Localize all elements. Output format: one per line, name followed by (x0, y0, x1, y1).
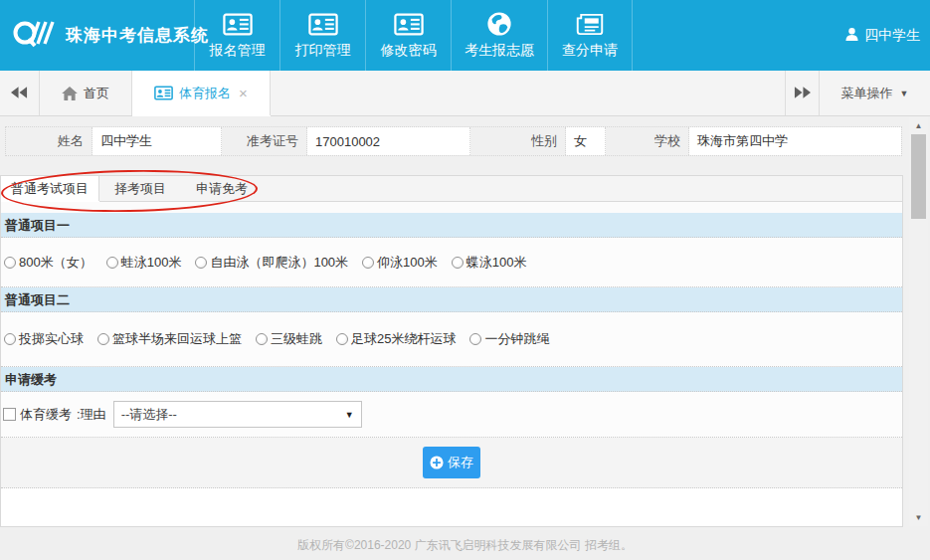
page-footer: 版权所有©2016-2020 广东讯飞启明科技发展有限公司 招考组。 (0, 530, 930, 560)
radio-label: 蛙泳100米 (121, 254, 182, 272)
radio-icon[interactable] (4, 333, 16, 345)
tab-sports-label: 体育报名 (179, 85, 231, 102)
radio-icon[interactable] (336, 333, 348, 345)
user-icon (844, 27, 859, 45)
radio-option[interactable]: 蝶泳100米 (452, 254, 527, 272)
vertical-scrollbar[interactable]: ▲ ▼ (909, 117, 928, 526)
radio-option[interactable]: 篮球半场来回运球上篮 (97, 330, 242, 348)
content-panel: 普通考试项目 择考项目 申请免考 普通项目一 800米（女） 蛙泳100米 自由… (0, 175, 903, 527)
radio-option[interactable]: 蛙泳100米 (106, 254, 182, 272)
gender-label: 性别 (470, 127, 566, 155)
reason-select[interactable]: --请选择-- ▼ (113, 401, 362, 428)
radio-option[interactable]: 足球25米绕杆运球 (336, 330, 456, 348)
section-deferral-header: 申请缓考 (1, 367, 902, 392)
user-info[interactable]: 四中学生 (844, 0, 920, 71)
user-name: 四中学生 (864, 27, 920, 45)
id-card-icon (223, 11, 253, 37)
tabbar-spacer (271, 71, 785, 115)
save-label: 保存 (448, 454, 473, 471)
nav-item-label: 查分申请 (562, 42, 618, 60)
radio-icon[interactable] (256, 333, 268, 345)
student-info-bar: 姓名 四中学生 准考证号 170010002 性别 女 学校 珠海市第四中学 (5, 126, 902, 156)
logo-mark-icon (12, 16, 58, 55)
double-left-icon (11, 85, 28, 102)
double-right-icon (794, 85, 811, 102)
id-card-icon (394, 11, 424, 37)
radio-option[interactable]: 仰泳100米 (362, 254, 438, 272)
newspaper-icon (576, 11, 604, 37)
menu-label: 菜单操作 (841, 85, 893, 102)
radio-label: 足球25米绕杆运球 (351, 330, 456, 348)
plus-circle-icon (430, 456, 444, 469)
tab-home[interactable]: 首页 (40, 71, 132, 115)
select-value: --请选择-- (121, 406, 177, 424)
radio-label: 800米（女） (19, 254, 93, 272)
id-card-icon (154, 86, 173, 100)
panel-gap (1, 202, 902, 213)
exam-id-value: 170010002 (307, 127, 470, 155)
radio-option[interactable]: 三级蛙跳 (256, 330, 322, 348)
nav-item-password[interactable]: 修改密码 (365, 0, 451, 71)
caret-down-icon: ▼ (900, 89, 909, 98)
window-tabbar: 首页 体育报名 × 菜单操作 ▼ (0, 71, 930, 116)
logo-title: 珠海中考信息系统 (66, 24, 209, 47)
nav-item-label: 打印管理 (295, 42, 351, 60)
nav-item-score-inquiry[interactable]: 查分申请 (547, 0, 633, 71)
tab-home-label: 首页 (84, 85, 109, 102)
radio-option[interactable]: 800米（女） (4, 254, 93, 272)
exam-tabs: 普通考试项目 择考项目 申请免考 (1, 176, 902, 202)
radio-icon[interactable] (195, 257, 207, 269)
section-normal-1-header: 普通项目一 (1, 213, 902, 238)
radio-label: 投掷实心球 (19, 330, 84, 348)
tab-sports-registration[interactable]: 体育报名 × (132, 71, 271, 115)
scroll-down-button[interactable]: ▼ (909, 510, 928, 525)
scroll-up-button[interactable]: ▲ (909, 118, 928, 133)
section-normal-2-header: 普通项目二 (1, 287, 902, 312)
globe-icon (486, 11, 512, 37)
header-nav: 报名管理 打印管理 (194, 0, 633, 71)
id-card-icon (308, 11, 338, 37)
copyright-text: 版权所有©2016-2020 广东讯飞启明科技发展有限公司 招考组。 (297, 538, 633, 552)
nav-item-volunteer[interactable]: 考生报志愿 (451, 0, 547, 71)
tab-scroll-right-button[interactable] (785, 71, 819, 115)
deferral-label: 体育缓考 (20, 406, 72, 424)
radio-icon[interactable] (469, 333, 481, 345)
tab-close-icon[interactable]: × (239, 85, 248, 101)
radio-option[interactable]: 一分钟跳绳 (469, 330, 549, 348)
radio-option[interactable]: 投掷实心球 (4, 330, 84, 348)
radio-option[interactable]: 自由泳（即爬泳）100米 (195, 254, 348, 272)
select-caret-icon: ▼ (345, 410, 354, 420)
nav-item-label: 考生报志愿 (465, 42, 534, 60)
radio-label: 一分钟跳绳 (484, 330, 549, 348)
school-label: 学校 (606, 127, 689, 155)
deferral-checkbox[interactable] (3, 408, 16, 421)
radio-icon[interactable] (4, 257, 16, 269)
page-content: 姓名 四中学生 准考证号 170010002 性别 女 学校 珠海市第四中学 普… (0, 116, 930, 530)
save-button[interactable]: 保存 (423, 447, 480, 478)
section-normal-2-options: 投掷实心球 篮球半场来回运球上篮 三级蛙跳 足球25米绕杆运球 一分钟跳绳 (1, 312, 902, 367)
scroll-thumb[interactable] (911, 134, 926, 219)
nav-item-label: 修改密码 (381, 42, 437, 60)
radio-icon[interactable] (452, 257, 464, 269)
school-value: 珠海市第四中学 (689, 127, 901, 155)
exam-id-label: 准考证号 (222, 127, 307, 155)
save-row: 保存 (1, 438, 902, 488)
app-logo: 珠海中考信息系统 (12, 0, 209, 71)
app-window: 珠海中考信息系统 报名管理 (0, 0, 930, 560)
home-icon (62, 87, 78, 100)
tab-normal-exam[interactable]: 普通考试项目 (1, 176, 99, 201)
radio-label: 篮球半场来回运球上篮 (112, 330, 242, 348)
tab-optional-exam[interactable]: 择考项目 (99, 176, 181, 201)
tab-exemption[interactable]: 申请免考 (181, 176, 263, 201)
nav-item-registration[interactable]: 报名管理 (194, 0, 279, 71)
radio-icon[interactable] (362, 257, 374, 269)
radio-label: 三级蛙跳 (271, 330, 322, 348)
nav-item-label: 报名管理 (210, 42, 266, 60)
section-deferral-row: 体育缓考 :理由 --请选择-- ▼ (1, 392, 902, 438)
student-name-label: 姓名 (6, 127, 93, 155)
radio-icon[interactable] (106, 257, 118, 269)
tab-scroll-left-button[interactable] (0, 71, 40, 115)
nav-item-print[interactable]: 打印管理 (279, 0, 365, 71)
radio-icon[interactable] (97, 333, 109, 345)
menu-operations-button[interactable]: 菜单操作 ▼ (819, 71, 930, 115)
